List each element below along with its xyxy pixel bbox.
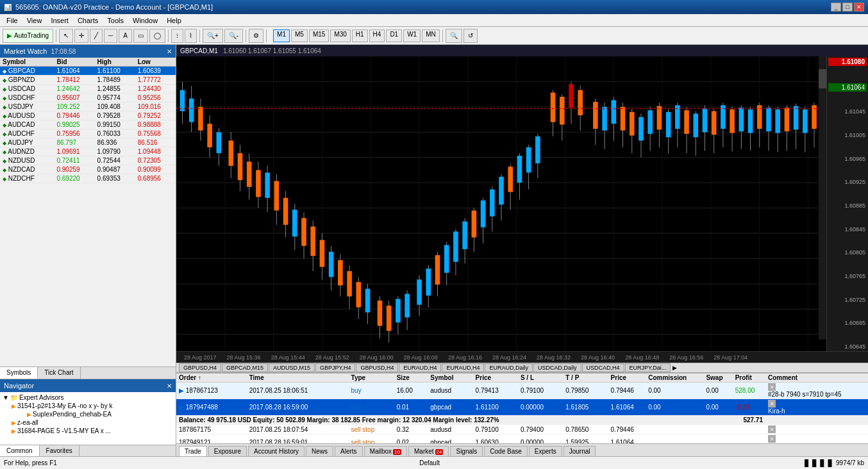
tf-h1[interactable]: H1	[352, 29, 368, 42]
chart-tabs-scroll-right[interactable]: ▶	[672, 365, 677, 371]
tick-icon: ◆	[3, 158, 6, 164]
toolbar-btn-rectangle[interactable]: ▭	[133, 29, 148, 43]
terminal-row[interactable]: ▶ 187947488 2017.08.28 16:59:00 buy 0.01…	[176, 399, 868, 416]
toolbar-btn-refresh[interactable]: ↺	[463, 29, 478, 43]
navigator-close[interactable]: ✕	[167, 383, 172, 390]
tf-m15[interactable]: M15	[309, 29, 329, 42]
chart-tab-0[interactable]: GBPUSD,H4	[179, 363, 221, 372]
chart-scrollbar[interactable]	[819, 56, 826, 340]
chart-tab-6[interactable]: EURAUD,H4	[442, 363, 484, 372]
chart-main[interactable]: 1.61080 1.61064 1.61045 1.61005 1.60965 …	[176, 56, 868, 351]
market-watch-row[interactable]: ◆ AUDCHF 0.75956 0.76033 0.75568	[0, 129, 176, 138]
nav-ea-item-4[interactable]: ▶ 31684-PAGE 5 -V1.5-MY EA x ...	[1, 427, 174, 435]
toolbar-btn-properties[interactable]: ⚙	[249, 29, 263, 43]
chart-tab-9[interactable]: USDCAD,H4	[582, 363, 624, 372]
chart-scrollbar-thumb[interactable]	[819, 69, 826, 88]
market-watch-row[interactable]: ◆ USDJPY 109.252 109.408 109.016	[0, 103, 176, 111]
tf-mn[interactable]: MN	[422, 29, 440, 42]
menu-charts[interactable]: Charts	[74, 15, 102, 26]
nav-ea-item-3[interactable]: ▶ z-ea-all	[1, 418, 174, 427]
toolbar-btn-channel[interactable]: ⌇	[185, 29, 197, 43]
chart-tab-2[interactable]: AUDUSD,M15	[269, 363, 315, 372]
tf-m5[interactable]: M5	[291, 29, 308, 42]
term-tab-codebase[interactable]: Code Base	[484, 446, 527, 456]
nav-ea-item-1[interactable]: ▶ 31541-p2#13-My EA -no x y- by k	[1, 402, 174, 410]
chart-tab-7[interactable]: EURAUD,Daily	[485, 363, 533, 372]
terminal-row[interactable]: ▶ 187867123 2017.08.25 18:06:51 buy 16.0…	[176, 383, 868, 399]
terminal-row[interactable]: Balance: 49 975.18 USD Equity: 50 502.89…	[176, 416, 868, 425]
market-watch-row[interactable]: ◆ AUDJPY 86.797 86.936 86.516	[0, 138, 176, 147]
toolbar-btn-line[interactable]: ╱	[90, 29, 103, 43]
terminal-row[interactable]: 187867175 2017.08.25 18:07:54 sell stop …	[176, 425, 868, 434]
market-watch-row[interactable]: ◆ AUDNZD 1.09691 1.09790 1.09448	[0, 147, 176, 156]
toolbar-btn-search[interactable]: 🔍	[446, 29, 462, 43]
market-watch-row[interactable]: ◆ USDCAD 1.24642 1.24855 1.24430	[0, 85, 176, 94]
chart-tab-3[interactable]: GBPJPY,H4	[315, 363, 355, 372]
market-watch-row[interactable]: ◆ NZDCAD 0.90259 0.90487 0.90099	[0, 165, 176, 174]
market-watch-row[interactable]: ◆ GBPCAD 1.61064 1.61100 1.60639	[0, 67, 176, 76]
term-tab-signals[interactable]: Signals	[450, 446, 483, 456]
nav-ea-item-2[interactable]: ▶ SupIexPending_chehab-EA	[1, 410, 174, 418]
menu-window[interactable]: Window	[129, 15, 162, 26]
menu-tools[interactable]: Tools	[103, 15, 128, 26]
minimize-button[interactable]: _	[831, 3, 841, 12]
tab-tick-chart[interactable]: Tick Chart	[38, 367, 80, 379]
title-bar: 📊 565605: OANDA-v20 Practice - Demo Acco…	[0, 0, 868, 14]
terminal-row[interactable]: 187949121 2017.08.28 16:59:01 sell stop …	[176, 434, 868, 444]
term-tab-journal[interactable]: Journal	[563, 446, 596, 456]
chart-tab-8[interactable]: USDCAD,Daily	[533, 363, 581, 372]
market-watch-row[interactable]: ◆ GBPNZD 1.78412 1.78489 1.77772	[0, 76, 176, 85]
toolbar-btn-hline[interactable]: ─	[104, 29, 117, 43]
chart-tab-10[interactable]: EURJPY,Dai...	[625, 363, 671, 372]
tf-h4[interactable]: H4	[369, 29, 385, 42]
toolbar-btn-zoomout[interactable]: 🔍-	[224, 29, 243, 43]
toolbar-btn-fib[interactable]: ⫶	[171, 29, 183, 43]
svg-rect-134	[693, 113, 698, 137]
menu-insert[interactable]: Insert	[47, 15, 72, 26]
term-tab-market[interactable]: Market24	[408, 446, 449, 456]
maximize-button[interactable]: □	[842, 3, 853, 12]
nav-tab-common[interactable]: Common	[0, 445, 40, 456]
nav-expert-advisors[interactable]: ▼ 📁 Expert Advisors	[1, 393, 174, 402]
chart-tab-4[interactable]: GBPUSD,H4	[356, 363, 398, 372]
term-tab-exposure[interactable]: Exposure	[208, 446, 247, 456]
tick-icon: ◆	[3, 113, 6, 119]
toolbar-btn-ellipse[interactable]: ◯	[149, 29, 165, 43]
tab-symbols[interactable]: Symbols	[0, 367, 38, 379]
row-close-btn[interactable]: ✕	[768, 435, 776, 443]
toolbar-btn-text[interactable]: A	[119, 29, 132, 43]
term-tab-news[interactable]: News	[306, 446, 333, 456]
menu-help[interactable]: Help	[163, 15, 185, 26]
tf-w1[interactable]: W1	[403, 29, 421, 42]
toolbar-btn-zoomin[interactable]: 🔍+	[203, 29, 223, 43]
term-tab-alerts[interactable]: Alerts	[335, 446, 363, 456]
market-watch-row[interactable]: ◆ AUDUSD 0.79446 0.79528 0.79252	[0, 111, 176, 120]
menu-view[interactable]: View	[23, 15, 46, 26]
term-tab-trade[interactable]: Trade	[179, 446, 207, 456]
term-tab-mailbox[interactable]: Mailbox10	[364, 446, 407, 456]
chart-tab-5[interactable]: EURAUD,H4	[399, 363, 441, 372]
tick-icon: ◆	[3, 95, 6, 101]
chart-tab-1[interactable]: GBPCAD,M15	[222, 363, 268, 372]
nav-tab-favorites[interactable]: Favorites	[40, 445, 79, 456]
nav-ea-label-2: SupIexPending_chehab-EA	[33, 411, 112, 418]
toolbar-btn-arrow[interactable]: ↖	[59, 29, 73, 43]
tf-m30[interactable]: M30	[330, 29, 350, 42]
menu-file[interactable]: File	[3, 15, 22, 26]
market-watch-close[interactable]: ✕	[167, 48, 172, 55]
tf-d1[interactable]: D1	[386, 29, 402, 42]
tf-m1[interactable]: M1	[273, 29, 290, 42]
close-button[interactable]: ✕	[854, 3, 864, 12]
market-watch-row[interactable]: ◆ AUDCAD 0.99025 0.99150 0.98888	[0, 120, 176, 129]
market-watch-row[interactable]: ◆ NZDCHF 0.69220 0.69353 0.68956	[0, 174, 176, 183]
autotrading-button[interactable]: ▶ AutoTrading	[3, 29, 53, 43]
term-tab-experts[interactable]: Experts	[529, 446, 562, 456]
market-watch-row[interactable]: ◆ NZDUSD 0.72411 0.72544 0.72305	[0, 156, 176, 165]
row-close-btn[interactable]: ✕	[768, 400, 776, 407]
market-watch-row[interactable]: ◆ USDCHF 0.95607 0.95774 0.95256	[0, 94, 176, 103]
term-tab-account-history[interactable]: Account History	[248, 446, 305, 456]
market-bid: 0.72411	[54, 156, 94, 165]
row-close-btn[interactable]: ✕	[768, 383, 776, 391]
toolbar-btn-crosshair[interactable]: ✛	[74, 29, 88, 43]
row-close-btn[interactable]: ✕	[768, 425, 776, 433]
